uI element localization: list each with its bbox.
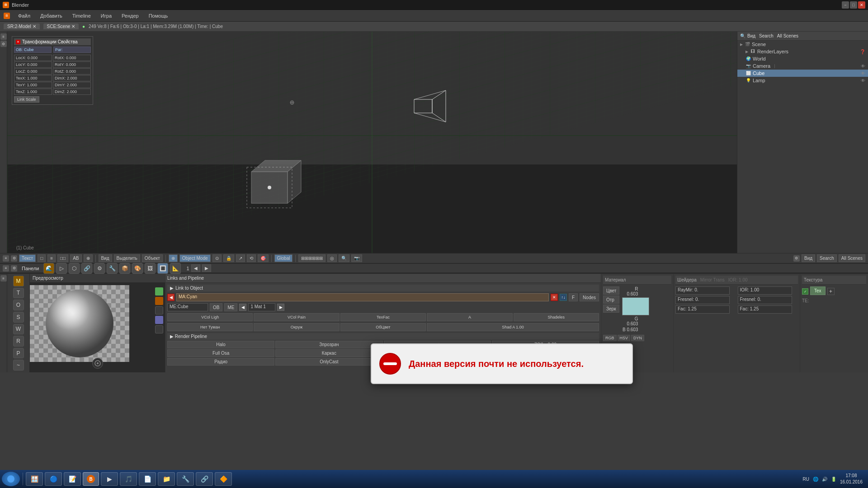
frame-next-btn[interactable]: ▶ bbox=[202, 264, 211, 272]
rotx-field[interactable]: RotX: 0.000 bbox=[53, 55, 91, 61]
dimz-field[interactable]: DimZ: 2.000 bbox=[53, 89, 91, 95]
panels-icon-btn-2[interactable]: ▷ bbox=[56, 263, 67, 274]
panels-icon-btn-7[interactable]: 📦 bbox=[119, 263, 130, 274]
otp-btn[interactable]: Отр bbox=[603, 296, 619, 304]
toolbar-icon-5[interactable]: □□ bbox=[57, 254, 68, 262]
taskbar-btn-9[interactable]: 🔧 bbox=[177, 472, 194, 486]
phys-panel-btn[interactable]: P bbox=[13, 348, 24, 359]
panels-icon-btn-4[interactable]: 🔗 bbox=[81, 263, 92, 274]
tex-button[interactable]: Tex bbox=[810, 286, 826, 295]
menu-render[interactable]: Рендер bbox=[120, 12, 141, 19]
menu-file[interactable]: Файл bbox=[16, 12, 32, 19]
outliner-item-camera[interactable]: 📷 Camera | 👁 bbox=[737, 62, 868, 70]
taskbar-btn-3[interactable]: 📝 bbox=[64, 472, 81, 486]
outliner-item-lamp[interactable]: 💡 Lamp 👁 bbox=[737, 77, 868, 84]
blender-menu-icon[interactable]: B bbox=[4, 13, 10, 19]
ior-field[interactable]: IOR: 1.00 bbox=[738, 286, 792, 295]
maximize-button[interactable]: □ bbox=[850, 1, 857, 9]
obj-panel-btn[interactable]: O bbox=[13, 300, 24, 310]
taskbar-btn-1[interactable]: 🪟 bbox=[26, 472, 43, 486]
taskbar-btn-2[interactable]: 🔵 bbox=[45, 472, 62, 486]
all-scenes-btn[interactable]: All Scenes bbox=[777, 33, 798, 38]
color-swatch[interactable] bbox=[622, 297, 649, 315]
taskbar-btn-10[interactable]: 🔗 bbox=[196, 472, 213, 486]
panels-strip-icon[interactable]: ≡ bbox=[3, 265, 9, 272]
shad-a-btn[interactable]: Shad A 1.00 bbox=[427, 323, 599, 331]
right-view-btn[interactable]: Вид bbox=[802, 254, 815, 262]
fac-field-1[interactable]: Fac: 1.25 bbox=[675, 305, 730, 314]
render-pipeline-header[interactable]: ▶ Render Pipeline bbox=[167, 333, 599, 340]
vcol-ligh-btn[interactable]: VCol Ligh bbox=[167, 313, 253, 321]
taskbar-btn-blender[interactable]: B bbox=[83, 472, 99, 486]
ray-mir-field[interactable]: RayMir: 0. bbox=[675, 286, 730, 295]
fac-field-2[interactable]: Fac: 1.25 bbox=[738, 305, 792, 314]
object-btn[interactable]: Объект bbox=[142, 254, 163, 262]
taskbar-btn-8[interactable]: 📁 bbox=[158, 472, 175, 486]
karkac-btn[interactable]: Каркас bbox=[275, 349, 382, 357]
tex-check-icon[interactable]: ✓ bbox=[802, 288, 808, 295]
panels-icon-btn-3[interactable]: ⬡ bbox=[69, 263, 80, 274]
texx-field[interactable]: TexX: 1.000 bbox=[14, 75, 52, 81]
grid-btn[interactable]: ⊞⊞⊞⊞⊞⊞ bbox=[298, 254, 326, 262]
frame-prev-btn[interactable]: ◀ bbox=[191, 264, 200, 272]
net-tuman-btn[interactable]: Нет Туман bbox=[167, 323, 253, 331]
toolbar-icon-6[interactable]: AB bbox=[70, 254, 81, 262]
select-btn[interactable]: Выделить bbox=[114, 254, 140, 262]
panels-icon-btn-11[interactable]: 📐 bbox=[170, 263, 181, 274]
panels-icon-btn-5[interactable]: ⚙ bbox=[94, 263, 105, 274]
locx-field[interactable]: LocX: 0.000 bbox=[14, 55, 52, 61]
full-osa-btn[interactable]: Full Osa bbox=[167, 349, 274, 357]
menu-help[interactable]: Помощь bbox=[147, 12, 170, 19]
taskbar-btn-6[interactable]: 🎵 bbox=[120, 472, 137, 486]
cube-vis-icon[interactable]: 👁 bbox=[861, 71, 865, 76]
toolbar-icon-2[interactable]: ⚙ bbox=[11, 255, 17, 262]
toolbar-icon-12[interactable]: 🎯 bbox=[258, 254, 269, 262]
material-label-tab[interactable]: Материал bbox=[605, 277, 626, 282]
bottom-left-icon[interactable]: ≡ bbox=[0, 275, 7, 282]
camera-view-btn[interactable]: 📷 bbox=[351, 254, 362, 262]
frame-input[interactable]: 1 bbox=[186, 266, 189, 271]
right-all-scenes-btn[interactable]: All Scenes bbox=[839, 254, 865, 262]
right-search-btn[interactable]: Search bbox=[817, 254, 837, 262]
fresnel-field-1[interactable]: Fresnel: 0. bbox=[675, 296, 730, 304]
taskbar-btn-7[interactable]: 📄 bbox=[139, 472, 156, 486]
texz-field[interactable]: TexZ: 1.000 bbox=[14, 89, 52, 95]
texfac-btn[interactable]: TexFac bbox=[340, 313, 426, 321]
world-panel-btn[interactable]: W bbox=[13, 324, 24, 335]
menu-timeline[interactable]: Timeline bbox=[71, 12, 93, 19]
snap-btn[interactable]: 🔍 bbox=[339, 254, 349, 262]
toolbar-icon-3[interactable]: □ bbox=[38, 254, 46, 262]
renderlayers-vis-icon[interactable]: ❓ bbox=[860, 49, 865, 54]
outliner-item-scene[interactable]: ▶ 🎬 Scene bbox=[737, 41, 868, 48]
ma-copy-btn[interactable]: ↑↓ bbox=[560, 294, 567, 301]
panels-icon-btn-10[interactable]: 🔳 bbox=[157, 263, 168, 274]
dimy-field[interactable]: DimY: 2.000 bbox=[53, 82, 91, 88]
toolbar-icon-4[interactable]: ≡ bbox=[47, 254, 56, 262]
toolbar-icon-8[interactable]: ⊙ bbox=[212, 254, 222, 262]
fresnel-field-2[interactable]: Fresnel: 0. bbox=[738, 296, 792, 304]
tab-sce-scene[interactable]: SCE:Scene ✕ bbox=[43, 23, 79, 29]
minimize-button[interactable]: − bbox=[842, 1, 849, 9]
par-field[interactable]: Par: bbox=[53, 47, 91, 53]
outliner-item-cube[interactable]: ⬜ Cube 👁 bbox=[737, 70, 868, 77]
ma-del-btn[interactable]: ✕ bbox=[551, 294, 558, 301]
panels-icon-btn-1[interactable]: 🌊 bbox=[43, 263, 54, 274]
menu-game[interactable]: Игра bbox=[99, 12, 113, 19]
toolbar-icon-10[interactable]: ↗ bbox=[236, 254, 245, 262]
prop-btn[interactable]: ◎ bbox=[327, 254, 337, 262]
okrug-btn[interactable]: Окруж bbox=[254, 323, 339, 331]
right-toolbar-icon[interactable]: ⚙ bbox=[793, 255, 800, 262]
toolbar-icon-9[interactable]: 🔒 bbox=[223, 254, 234, 262]
part-panel-btn[interactable]: ~ bbox=[13, 360, 24, 371]
vcol-pain-btn[interactable]: VCol Pain bbox=[254, 313, 339, 321]
cvet-btn[interactable]: Цвет bbox=[603, 286, 619, 295]
onlycast-btn[interactable]: OnlyCast bbox=[275, 358, 382, 366]
locz-field[interactable]: LocZ: 0.000 bbox=[14, 68, 52, 75]
shadeles-btn[interactable]: Shadeles bbox=[514, 313, 599, 321]
ma-field[interactable]: MA:Cyan bbox=[176, 293, 549, 301]
toolbar-icon-1[interactable]: ≡ bbox=[3, 255, 9, 262]
link-to-object-header[interactable]: ▶ Link to Object bbox=[167, 285, 599, 291]
me-field[interactable]: ME:Cube bbox=[167, 303, 208, 311]
zerp-btn[interactable]: Зерк bbox=[603, 305, 619, 313]
roty-field[interactable]: RotY: 0.000 bbox=[53, 61, 91, 68]
